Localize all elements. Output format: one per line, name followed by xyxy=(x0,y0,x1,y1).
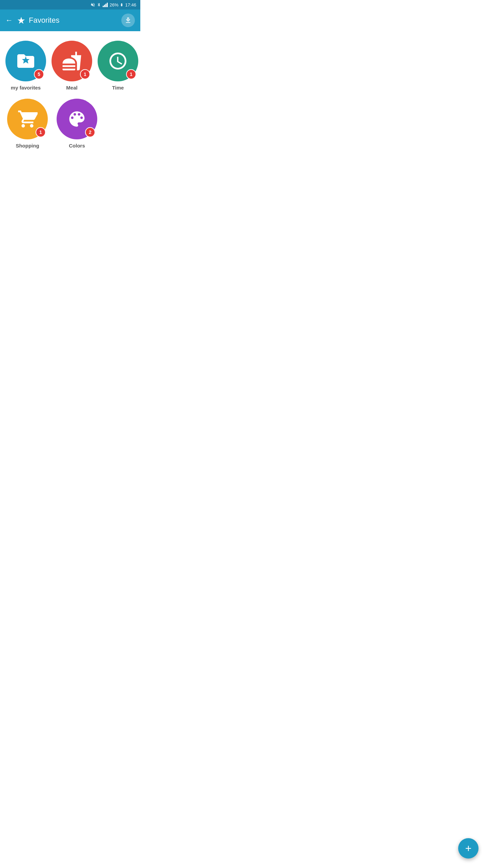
category-shopping[interactable]: 1 Shopping xyxy=(5,99,49,149)
colors-label: Colors xyxy=(69,143,85,149)
colors-circle: 2 xyxy=(57,99,97,139)
utensils-icon xyxy=(62,51,82,71)
clock-icon xyxy=(108,51,128,71)
signal-icon xyxy=(103,2,108,7)
my-favorites-label: my favorites xyxy=(11,85,41,91)
time-text: 17:46 xyxy=(125,2,136,7)
star-icon: ★ xyxy=(17,15,25,26)
category-meal[interactable]: 1 Meal xyxy=(52,41,92,91)
my-favorites-circle: 5 xyxy=(5,41,46,81)
time-badge: 1 xyxy=(126,69,136,79)
time-label: Time xyxy=(112,85,124,91)
shopping-label: Shopping xyxy=(16,143,39,149)
category-my-favorites[interactable]: 5 my favorites xyxy=(5,41,46,91)
back-button[interactable]: ← xyxy=(5,16,13,25)
category-row-2: 1 Shopping 2 Colors xyxy=(5,99,135,149)
app-bar-title-group: ★ Favorites xyxy=(17,15,59,26)
my-favorites-badge: 5 xyxy=(34,69,44,79)
category-colors[interactable]: 2 Colors xyxy=(55,99,99,149)
meal-badge: 1 xyxy=(80,69,90,79)
app-bar: ← ★ Favorites xyxy=(0,9,140,31)
meal-label: Meal xyxy=(66,85,77,91)
time-circle: 1 xyxy=(98,41,138,81)
status-icons: 26% 17:46 xyxy=(90,2,136,7)
star-folder-icon xyxy=(16,51,36,71)
palette-icon xyxy=(67,109,87,129)
app-bar-left: ← ★ Favorites xyxy=(5,15,59,26)
page-title: Favorites xyxy=(29,16,59,25)
content-area: 5 my favorites 1 Meal 1 Time xyxy=(0,31,140,158)
colors-badge: 2 xyxy=(85,127,95,137)
category-row-1: 5 my favorites 1 Meal 1 Time xyxy=(5,41,135,91)
mute-icon xyxy=(90,2,95,7)
bluetooth-icon xyxy=(97,2,101,7)
download-icon xyxy=(124,17,132,24)
download-button[interactable] xyxy=(121,14,135,27)
category-time[interactable]: 1 Time xyxy=(98,41,138,91)
shopping-circle: 1 xyxy=(7,99,48,139)
status-bar: 26% 17:46 xyxy=(0,0,140,9)
cart-icon xyxy=(17,109,38,129)
battery-text: 26% xyxy=(109,2,118,7)
shopping-badge: 1 xyxy=(36,127,46,137)
battery-charging-icon xyxy=(120,2,123,7)
meal-circle: 1 xyxy=(52,41,92,81)
